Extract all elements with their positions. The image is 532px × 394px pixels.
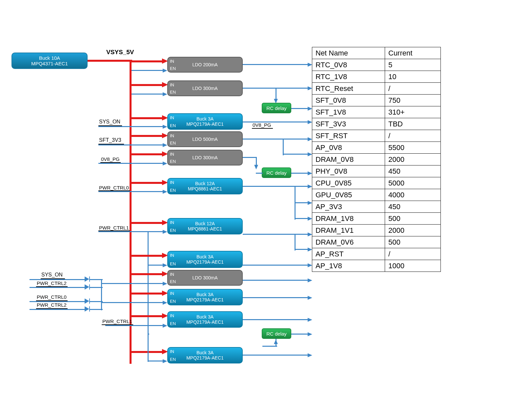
table-row: SFT_1V8310+ [312,106,441,118]
diode-icon [85,284,89,290]
pin-en: EN [170,66,176,71]
arrow-icon [163,190,167,194]
arrow-icon [163,301,167,305]
arrow-icon [308,86,312,90]
reg-title: Buck 12A [168,181,242,186]
bus-label: VSYS_5V [106,49,134,56]
reg-title: Buck 3A [168,314,242,319]
source-title: Buck 10A [12,55,87,61]
table-row: AP_0V85500 [312,142,441,154]
arrow-icon [163,125,167,129]
table-row: DRAM_0V82000 [312,154,441,165]
reg-title: Buck 3A [168,254,242,259]
en-pwrctrl2-grp2: PWR_CTRL2 [37,302,67,308]
reg-block-buck2179-b: IN EN Buck 3A MPQ2179A-AEC1 [167,251,243,268]
reg-block-buck8861-a: IN EN Buck 12A MPQ8861-AEC1 [167,178,243,194]
pin-in: IN [170,115,174,120]
en-pwrctrl1-b: PWR_CTRL1 [102,318,132,324]
reg-part: MPQ2179A-AEC1 [168,319,242,325]
arrow-icon [308,232,312,236]
reg-title: Buck 3A [168,350,242,355]
pin-in: IN [170,82,174,87]
arrow-icon [163,263,167,267]
reg-block-ldo200: IN EN LDO 200mA [167,57,243,73]
arrow-icon [308,120,312,124]
arrow-icon [308,353,312,357]
pin-in: IN [170,349,174,354]
pin-in: IN [170,133,174,138]
arrow-icon [163,143,167,147]
pin-en: EN [170,261,176,266]
reg-title: Buck 3A [168,292,242,297]
out-0v8pg: 0V8_PG [253,122,271,128]
reg-block-ldo500: IN EN LDO 500mA [167,131,243,147]
arrow-icon [308,63,312,67]
pin-en: EN [170,188,176,193]
arrow-icon [163,92,167,96]
table-row: RTC_1V810 [312,71,441,83]
arrow-icon [308,185,312,188]
table-row: SFT_0V8750 [312,95,441,106]
table-header-row: Net Name Current [312,47,441,59]
diode-icon [85,298,89,304]
pin-en: EN [170,123,176,128]
en-sys-on-grp: SYS_ON [41,272,63,278]
reg-part: MPQ2179A-AEC1 [168,355,242,361]
pin-en: EN [170,357,176,362]
en-pwrctrl2-grp1: PWR_CTRL2 [37,280,67,286]
pin-in: IN [170,180,174,185]
arrow-icon [308,107,312,111]
pin-in: IN [170,152,174,157]
table-row: DRAM_1V8500 [312,213,441,225]
en-pwrctrl0-grp2: PWR_CTRL0 [37,294,67,300]
arrow-icon [308,137,312,141]
pin-en: EN [170,321,176,326]
diode-icon [85,276,89,282]
reg-title: LDO 200mA [168,62,242,67]
table-row: SFT_3V3TBD [312,118,441,130]
rc-delay-block-2: RC delay [262,167,291,178]
reg-title: Buck 3A [168,116,242,121]
arrow-icon [274,339,278,344]
table-row: GPU_0V854000 [312,189,441,201]
arrow-icon [308,217,312,221]
source-part: MPQ4371-AEC1 [12,61,87,66]
rc-delay-block-1: RC delay [262,103,291,113]
arrow-icon [308,318,312,322]
arrow-icon [163,230,167,234]
en-pwrctrl1: PWR_CTRL1 [99,225,129,230]
pin-in: IN [170,220,174,225]
reg-part: MPQ8861-AEC1 [168,186,242,191]
arrow-icon [308,263,312,267]
reg-title: LDO 300mA [168,155,242,160]
pin-en: EN [170,141,176,145]
pin-in: IN [170,291,174,296]
pin-in: IN [170,313,174,318]
rc-delay-label: RC delay [262,331,291,337]
rc-delay-label: RC delay [262,170,291,176]
rc-delay-block-3: RC delay [262,328,291,339]
reg-part: MPQ8861-AEC1 [168,226,242,231]
table-row: AP_3V3450 [312,201,441,213]
reg-block-buck2179-d: IN EN Buck 3A MPQ2179A-AEC1 [167,311,243,328]
arrow-icon [163,324,167,328]
reg-title: LDO 500mA [168,137,242,142]
rc-delay-label: RC delay [262,105,291,111]
table-row: DRAM_1V12000 [312,225,441,236]
pin-in: IN [170,272,174,277]
en-pwrctrl0: PWR_CTRL0 [99,185,129,190]
arrow-icon [163,69,167,73]
reg-block-buck2179-c: IN EN Buck 3A MPQ2179A-AEC1 [167,289,243,305]
table-row: RTC_Reset/ [312,83,441,95]
table-row: SFT_RST/ [312,130,441,142]
table-row: CPU_0V855000 [312,177,441,189]
table-row: PHY_0V8450 [312,165,441,177]
diode-icon [85,306,89,312]
reg-part: MPQ2179A-AEC1 [168,259,242,265]
pin-en: EN [170,90,176,95]
arrow-icon [163,162,167,165]
col-current: Current [385,47,441,59]
table-row: AP_1V81000 [312,260,441,272]
pin-en: EN [170,228,176,233]
reg-title: LDO 300mA [168,275,242,280]
